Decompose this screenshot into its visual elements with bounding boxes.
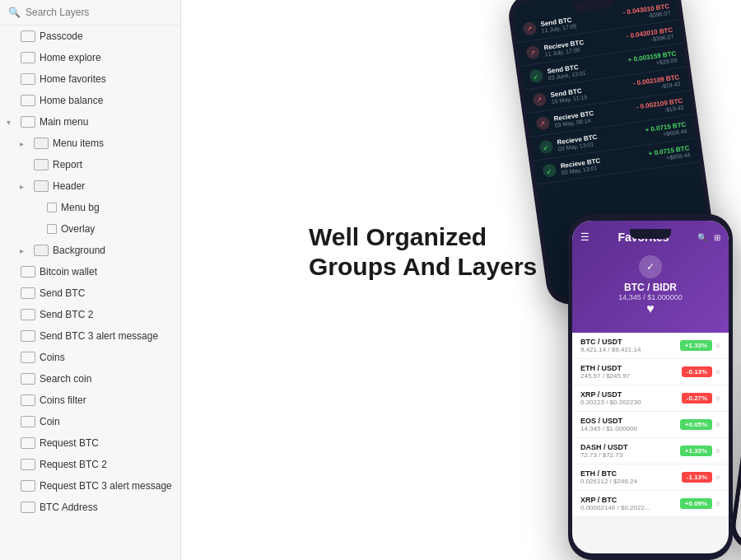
layer-item-home-explore[interactable]: Home explore <box>0 47 180 68</box>
layer-item-home-favorites[interactable]: Home favorites <box>0 68 180 90</box>
layer-label: Background <box>53 245 105 256</box>
layer-item-coins-filter[interactable]: Coins filter <box>0 390 180 411</box>
crypto-price: 0.026112 / $246.24 <box>580 478 637 485</box>
tx-left: Send BTC 11 July, 17:05 <box>540 16 577 34</box>
crypto-name: EOS / USDT <box>580 417 637 425</box>
layer-label: Request BTC <box>40 437 99 449</box>
layer-item-btc-address[interactable]: BTC Address <box>0 497 180 518</box>
crypto-list-row[interactable]: XRP / USDT 0.20223 / $0.202230 -0.27% ≡ <box>572 385 729 412</box>
layer-item-request-btc-2[interactable]: Request BTC 2 <box>0 454 180 475</box>
layer-item-send-btc-3[interactable]: Send BTC 3 alert message <box>0 325 180 347</box>
crypto-name: BTC / USDT <box>580 338 641 346</box>
phone-favorites: ☰ Favorites 🔍 ⊞ ✓ BTC / BIDR 14,345 / $1… <box>568 214 733 560</box>
search-bar[interactable]: 🔍 <box>0 0 180 26</box>
layer-label: Coins <box>40 352 65 363</box>
layer-label: Passcode <box>40 30 83 42</box>
crypto-list-row[interactable]: BTC / USDT 9,421.14 / $9,421.14 +1.33% ≡ <box>572 333 729 359</box>
layer-item-home-balance[interactable]: Home balance <box>0 90 180 111</box>
layer-label: Home balance <box>40 95 103 106</box>
phone2-screen: ☰ Favorites 🔍 ⊞ ✓ BTC / BIDR 14,345 / $1… <box>572 221 729 553</box>
tx-arrow-icon: ↙ <box>529 68 543 83</box>
tx-left: Send BTC 10 May, 11:15 <box>550 86 588 105</box>
hamburger-icon: ☰ <box>580 231 590 243</box>
tx-arrow-icon: ↙ <box>542 163 557 178</box>
main-coin-name: BTC / BIDR <box>580 282 720 293</box>
layer-item-request-btc-3[interactable]: Request BTC 3 alert message <box>0 475 180 497</box>
layer-label: Menu bg <box>61 202 100 213</box>
layer-item-overlay[interactable]: Overlay <box>0 218 180 240</box>
fav-action-icons: 🔍 ⊞ <box>697 233 720 242</box>
layer-item-menu-bg[interactable]: Menu bg <box>0 197 180 218</box>
layer-item-passcode[interactable]: Passcode <box>0 26 180 47</box>
crypto-list-row[interactable]: DASH / USDT 72.73 / $72.73 +1.33% ≡ <box>572 438 729 464</box>
crypto-menu-icon: ≡ <box>715 446 720 455</box>
layer-label: Request BTC 3 alert message <box>40 480 172 492</box>
crypto-change-badge: +0.05% <box>680 419 712 430</box>
layer-item-request-btc[interactable]: Request BTC <box>0 432 180 454</box>
layer-label: Header <box>53 180 85 192</box>
crypto-left: DASH / USDT 72.73 / $72.73 <box>580 443 628 459</box>
crypto-left: XRP / USDT 0.20223 / $0.202230 <box>580 390 641 406</box>
crypto-price: 0.20223 / $0.202230 <box>580 399 641 406</box>
heart-icon: ♥ <box>646 301 655 315</box>
layer-item-menu-items[interactable]: ▸ Menu items <box>0 133 180 154</box>
layer-label: Request BTC 2 <box>40 459 107 470</box>
layer-item-header[interactable]: ▸ Header <box>0 175 180 197</box>
crypto-left: BTC / USDT 9,421.14 / $9,421.14 <box>580 338 641 353</box>
crypto-change-badge: -0.13% <box>682 366 712 377</box>
search-input[interactable] <box>26 7 172 18</box>
grid-icon: ⊞ <box>714 233 720 242</box>
crypto-list-row[interactable]: ETH / BTC 0.026112 / $246.24 -1.13% ≡ <box>572 464 729 491</box>
layer-item-main-menu[interactable]: ▾ Main menu <box>0 111 180 133</box>
tx-right: + 0.0715 BTC +$658.44 <box>648 144 691 163</box>
layer-item-send-btc[interactable]: Send BTC <box>0 282 180 304</box>
crypto-menu-icon: ≡ <box>715 499 720 508</box>
tx-left: Recieve BTC 03 May, 13:01 <box>560 156 602 175</box>
crypto-name: XRP / USDT <box>580 390 641 399</box>
crypto-list-row[interactable]: EOS / USDT 14,345 / $1.000000 +0.05% ≡ <box>572 412 729 438</box>
layer-item-search-coin[interactable]: Search coin <box>0 368 180 390</box>
tx-right: - 0.043010 BTC -$396.07 <box>626 26 674 46</box>
chevron-icon: ▸ <box>20 139 30 148</box>
layer-item-background[interactable]: ▸ Background <box>0 240 180 261</box>
layer-label: Home explore <box>40 52 101 63</box>
crypto-price: 14,345 / $1.000000 <box>580 425 637 432</box>
search-icon: 🔍 <box>697 233 707 242</box>
layer-item-report[interactable]: Report <box>0 154 180 175</box>
layer-label: Coin <box>40 416 60 427</box>
crypto-left: ETH / BTC 0.026112 / $246.24 <box>580 469 637 485</box>
layer-item-coin[interactable]: Coin <box>0 411 180 432</box>
crypto-menu-icon: ≡ <box>715 420 720 429</box>
main-coin-price: 14,345 / $1.000000 <box>580 293 720 301</box>
layer-label: Send BTC 2 <box>40 309 93 320</box>
layer-item-coins[interactable]: Coins <box>0 347 180 368</box>
tx-arrow-icon: ↙ <box>538 139 553 154</box>
crypto-list-row[interactable]: XRP / BTC 0.00002146 / $0.2022... +0.09%… <box>572 491 729 517</box>
crypto-price: 72.73 / $72.73 <box>580 451 628 459</box>
tx-left: Send BTC 03 June, 13:01 <box>547 63 586 81</box>
layer-label: Bitcoin wallet <box>40 266 97 278</box>
layers-list: Passcode Home explore Home favorites Hom… <box>0 26 180 560</box>
tx-arrow-icon: ↗ <box>532 92 547 107</box>
tx-arrow-icon: ↗ <box>535 116 550 131</box>
crypto-menu-icon: ≡ <box>715 341 720 350</box>
layer-item-send-btc-2[interactable]: Send BTC 2 <box>0 304 180 325</box>
crypto-price: 0.00002146 / $0.2022... <box>580 504 650 511</box>
main-heading: Well Organized Groups And Layers <box>309 222 537 282</box>
layer-label: Send BTC <box>40 287 85 299</box>
tx-left: Recieve BTC 03 May, 13:01 <box>557 133 599 152</box>
crypto-change-badge: +1.33% <box>680 340 712 351</box>
layer-label: Coins filter <box>40 394 86 406</box>
layer-item-bitcoin-wallet[interactable]: Bitcoin wallet <box>0 261 180 282</box>
crypto-name: XRP / BTC <box>580 496 650 504</box>
crypto-list-row[interactable]: ETH / USDT 245.97 / $245.97 -0.13% ≡ <box>572 359 729 385</box>
tx-left: Recieve BTC 03 May, 08:14 <box>553 110 595 128</box>
chevron-icon: ▸ <box>20 246 30 255</box>
layer-label: Home favorites <box>40 73 106 85</box>
crypto-menu-icon: ≡ <box>715 367 720 376</box>
phone2-notch <box>630 229 671 239</box>
crypto-price: 9,421.14 / $9,421.14 <box>580 346 641 353</box>
crypto-name: ETH / USDT <box>580 364 630 372</box>
phone3-screen: BTC / USDT 9 419.78 CATEGORIES ₿ Exchang… <box>734 244 741 560</box>
crypto-name: ETH / BTC <box>580 469 637 478</box>
